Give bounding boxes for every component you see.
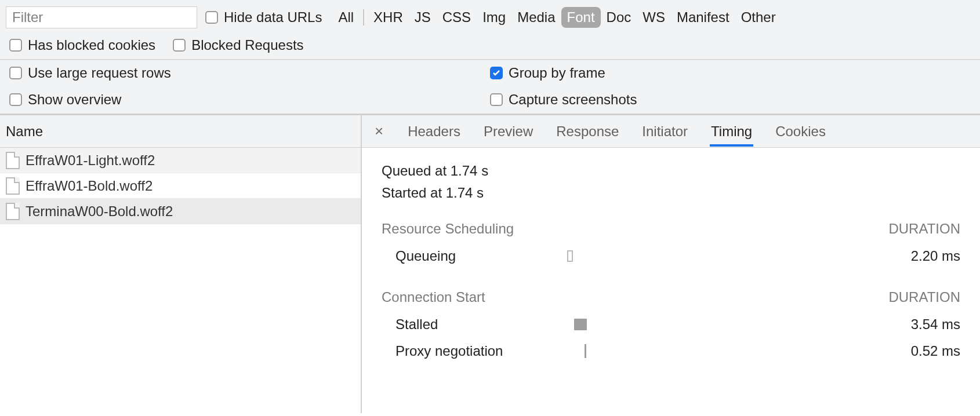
large-rows-checkbox[interactable]: Use large request rows — [9, 65, 490, 81]
checkbox-icon — [173, 39, 186, 52]
timing-row-value: 2.20 ms — [764, 248, 960, 264]
checkbox-icon — [9, 67, 22, 79]
checkbox-icon — [490, 93, 503, 106]
timing-row-label: Stalled — [382, 316, 556, 333]
timing-row-label: Queueing — [382, 248, 556, 264]
file-icon — [6, 177, 20, 195]
close-icon[interactable]: × — [372, 122, 386, 140]
group-by-frame-label: Group by frame — [509, 65, 605, 81]
has-blocked-cookies-label: Has blocked cookies — [28, 37, 155, 53]
detail-tabs: × HeadersPreviewResponseInitiatorTimingC… — [362, 115, 980, 148]
filter-toolbar: Hide data URLs AllXHRJSCSSImgMediaFontDo… — [0, 0, 980, 60]
queued-at: Queued at 1.74 s — [382, 163, 960, 179]
request-row[interactable]: TerminaW00-Bold.woff2 — [0, 199, 361, 224]
timing-row-value: 0.52 ms — [764, 343, 960, 359]
request-name: EffraW01-Bold.woff2 — [26, 178, 153, 194]
blocked-requests-label: Blocked Requests — [191, 37, 303, 53]
timing-row: Stalled3.54 ms — [382, 311, 960, 338]
list-header-name[interactable]: Name — [0, 115, 361, 148]
timing-row-label: Proxy negotiation — [382, 343, 556, 359]
timing-bar — [556, 249, 764, 263]
type-separator — [363, 9, 364, 25]
type-filter-doc[interactable]: Doc — [601, 7, 637, 28]
detail-pane: × HeadersPreviewResponseInitiatorTimingC… — [362, 115, 980, 413]
file-icon — [6, 203, 20, 220]
hide-data-urls-label: Hide data URLs — [224, 9, 322, 25]
request-row[interactable]: EffraW01-Bold.woff2 — [0, 173, 361, 199]
type-filter-img[interactable]: Img — [477, 7, 511, 28]
type-filter-xhr[interactable]: XHR — [368, 7, 409, 28]
has-blocked-cookies-checkbox[interactable]: Has blocked cookies — [9, 37, 155, 53]
large-rows-label: Use large request rows — [28, 65, 171, 81]
request-list-pane: Name EffraW01-Light.woff2EffraW01-Bold.w… — [0, 115, 362, 413]
request-name: TerminaW00-Bold.woff2 — [26, 203, 173, 220]
tab-timing[interactable]: Timing — [710, 116, 753, 147]
duration-label: DURATION — [888, 289, 960, 305]
file-icon — [6, 152, 20, 169]
timing-row: Proxy negotiation0.52 ms — [382, 338, 960, 364]
request-name: EffraW01-Light.woff2 — [26, 152, 155, 169]
type-filter-all[interactable]: All — [332, 7, 360, 28]
timing-row: Queueing2.20 ms — [382, 243, 960, 269]
timing-row-value: 3.54 ms — [764, 316, 960, 333]
checkbox-icon — [490, 67, 503, 79]
section-title: Connection Start — [382, 289, 485, 305]
type-filter-other[interactable]: Other — [735, 7, 782, 28]
show-overview-label: Show overview — [28, 92, 121, 108]
tab-headers[interactable]: Headers — [406, 116, 462, 147]
hide-data-urls-checkbox[interactable]: Hide data URLs — [205, 9, 322, 25]
timing-bar — [556, 344, 764, 358]
tab-preview[interactable]: Preview — [482, 116, 534, 147]
started-at: Started at 1.74 s — [382, 185, 960, 201]
checkbox-icon — [9, 39, 22, 52]
capture-screenshots-label: Capture screenshots — [509, 92, 637, 108]
options-bar: Use large request rows Group by frame Sh… — [0, 60, 980, 115]
capture-screenshots-checkbox[interactable]: Capture screenshots — [490, 92, 971, 108]
type-filter-media[interactable]: Media — [511, 7, 561, 28]
request-row[interactable]: EffraW01-Light.woff2 — [0, 148, 361, 173]
duration-label: DURATION — [888, 221, 960, 237]
type-filter-list: AllXHRJSCSSImgMediaFontDocWSManifestOthe… — [332, 7, 781, 28]
checkbox-icon — [9, 93, 22, 106]
blocked-requests-checkbox[interactable]: Blocked Requests — [173, 37, 303, 53]
tab-cookies[interactable]: Cookies — [774, 116, 827, 147]
type-filter-js[interactable]: JS — [409, 7, 437, 28]
type-filter-ws[interactable]: WS — [637, 7, 671, 28]
show-overview-checkbox[interactable]: Show overview — [9, 92, 490, 108]
checkbox-icon — [205, 11, 218, 24]
type-filter-manifest[interactable]: Manifest — [671, 7, 735, 28]
timing-section-header: Connection StartDURATION — [382, 289, 960, 305]
type-filter-font[interactable]: Font — [561, 7, 601, 28]
timing-bar — [556, 318, 764, 331]
type-filter-css[interactable]: CSS — [437, 7, 477, 28]
tab-response[interactable]: Response — [555, 116, 620, 147]
section-title: Resource Scheduling — [382, 221, 514, 237]
filter-input[interactable] — [6, 6, 197, 28]
group-by-frame-checkbox[interactable]: Group by frame — [490, 65, 971, 81]
tab-initiator[interactable]: Initiator — [641, 116, 689, 147]
timing-section-header: Resource SchedulingDURATION — [382, 221, 960, 237]
